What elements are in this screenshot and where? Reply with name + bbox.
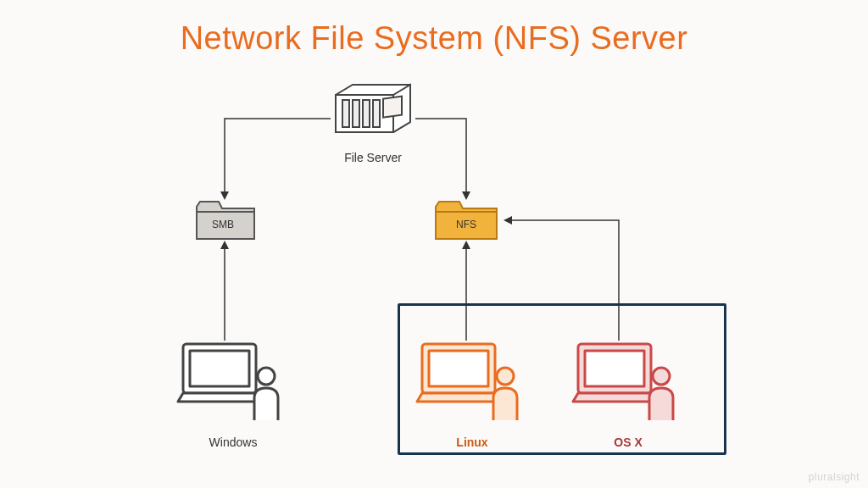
svg-point-19: [497, 368, 514, 385]
linux-client-icon: [417, 339, 527, 432]
svg-rect-12: [373, 100, 380, 127]
svg-rect-10: [353, 100, 359, 127]
nfs-label: NFS: [456, 219, 476, 230]
osx-client-icon: [573, 339, 683, 432]
svg-rect-15: [190, 351, 249, 386]
windows-client-icon: [178, 339, 288, 432]
svg-rect-11: [363, 100, 370, 127]
diagram-canvas: Network File System (NFS) Server: [0, 0, 868, 488]
smb-label: SMB: [212, 219, 234, 230]
svg-rect-18: [429, 351, 488, 386]
svg-marker-4: [504, 216, 512, 225]
svg-rect-13: [383, 97, 402, 118]
osx-label: OS X: [573, 435, 683, 449]
svg-rect-9: [342, 100, 349, 127]
windows-label: Windows: [178, 435, 288, 449]
file-server-label: File Server: [309, 151, 437, 164]
file-server-icon: [327, 81, 419, 147]
watermark: pluralsight: [809, 471, 860, 483]
linux-label: Linux: [417, 435, 527, 449]
svg-rect-21: [585, 351, 644, 386]
svg-point-22: [653, 368, 670, 385]
svg-point-16: [258, 368, 275, 385]
